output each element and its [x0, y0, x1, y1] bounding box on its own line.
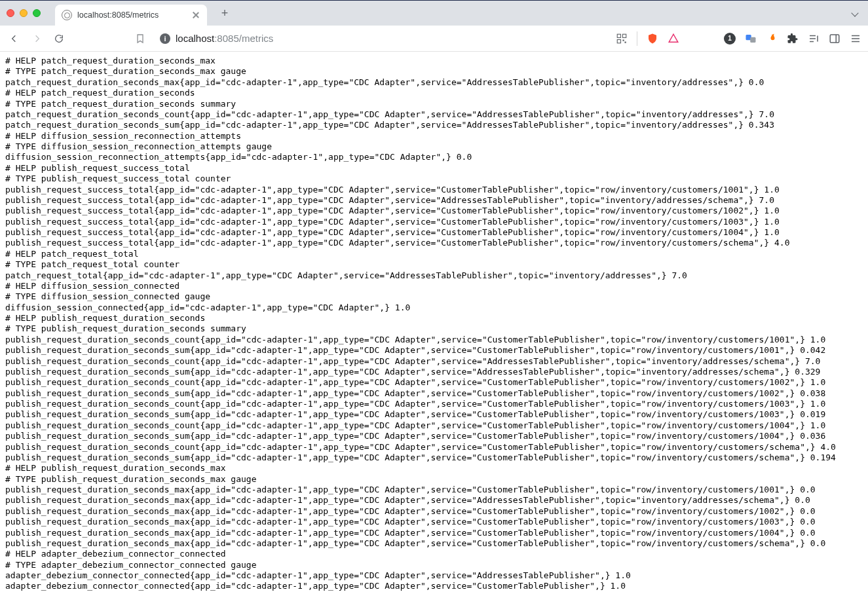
page-content[interactable]: # HELP patch_request_duration_seconds_ma… [0, 52, 868, 592]
brave-shields-icon[interactable] [647, 33, 658, 45]
reload-icon [54, 33, 64, 44]
extensions-badge[interactable]: 1 [724, 33, 736, 45]
metrics-text: # HELP patch_request_duration_seconds_ma… [5, 56, 863, 592]
sidebar-icon[interactable] [829, 33, 840, 45]
extension-fire-icon[interactable] [766, 33, 778, 45]
window-zoom-button[interactable] [33, 9, 41, 17]
svg-rect-2 [617, 39, 620, 43]
toolbar: i localhost:8085/metrics 1 [0, 26, 868, 52]
arrow-left-icon [9, 33, 20, 44]
qr-icon[interactable] [616, 33, 628, 45]
window-close-button[interactable] [7, 9, 14, 17]
globe-icon [62, 10, 72, 20]
toolbar-divider [637, 31, 637, 46]
window-controls [7, 9, 41, 17]
bookmark-icon [135, 33, 145, 44]
svg-rect-7 [830, 35, 839, 43]
back-button[interactable] [7, 31, 22, 46]
tab-strip: localhost:8085/metrics + [0, 1, 868, 26]
tab-title: localhost:8085/metrics [77, 10, 159, 20]
site-info-icon[interactable]: i [160, 33, 170, 44]
brave-rewards-icon[interactable] [668, 33, 679, 45]
svg-rect-0 [617, 34, 620, 37]
url-host: localhost:8085/metrics [176, 33, 273, 44]
menu-icon[interactable] [850, 33, 861, 45]
reading-list-icon[interactable] [808, 33, 820, 45]
window-minimize-button[interactable] [20, 9, 28, 17]
new-tab-button[interactable]: + [216, 5, 233, 22]
svg-rect-3 [623, 39, 624, 41]
toolbar-right: 1 [616, 31, 861, 46]
extensions-puzzle-icon[interactable] [787, 33, 799, 45]
tab-close-button[interactable] [191, 10, 200, 20]
browser-window: localhost:8085/metrics + i localhost:808… [0, 0, 868, 592]
svg-rect-6 [750, 37, 755, 42]
reload-button[interactable] [51, 31, 67, 46]
bookmark-button[interactable] [132, 31, 148, 46]
forward-button[interactable] [29, 31, 45, 46]
svg-rect-4 [625, 41, 626, 43]
address-bar[interactable]: i localhost:8085/metrics [160, 33, 273, 44]
arrow-right-icon [31, 33, 42, 44]
browser-tab[interactable]: localhost:8085/metrics [55, 5, 207, 26]
svg-rect-1 [623, 34, 626, 37]
chevron-down-icon[interactable] [851, 9, 860, 18]
translate-icon[interactable] [745, 33, 757, 45]
